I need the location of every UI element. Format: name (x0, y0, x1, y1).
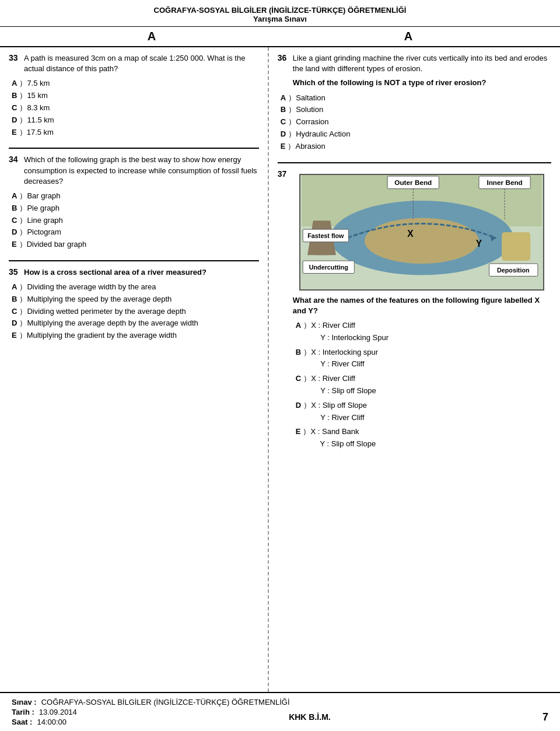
opt-paren: ） (19, 102, 27, 114)
opt-letter: B (12, 90, 17, 102)
opt-text: X : Interlocking spur (311, 347, 378, 359)
opt-paren: ） (19, 127, 27, 139)
svg-rect-5 (502, 232, 531, 261)
opt-text: Saltation (296, 92, 326, 104)
content-area: 33 A path is measured 3cm on a map of sc… (0, 46, 560, 692)
opt-text: 11.5 km (27, 114, 54, 127)
svg-point-2 (365, 218, 479, 263)
list-item: B） Pie graph (12, 202, 259, 215)
q37-text: What are the names of the features on th… (293, 295, 551, 316)
q33-number: 33 (9, 53, 20, 78)
opt-letter: A (12, 78, 17, 90)
divider (9, 260, 259, 261)
question-35: 35 How is a cross sectional area of a ri… (9, 267, 259, 342)
opt-text: Multiplying the gradient by the average … (27, 330, 177, 342)
q35-number: 35 (9, 267, 20, 281)
list-item: E） Divided bar graph (12, 239, 259, 251)
svg-text:Outer Bend: Outer Bend (395, 178, 432, 186)
q37-number: 37 (278, 169, 289, 179)
opt-text: Hydraulic Action (296, 128, 350, 141)
list-item: C） Dividing wetted perimeter by the aver… (12, 306, 259, 318)
opt-text: Y : River Cliff (311, 412, 367, 424)
q34-number: 34 (9, 155, 20, 190)
q35-options: A） Dividing the average width by the are… (9, 281, 259, 342)
opt-paren: ） (19, 114, 27, 127)
opt-text: Divided bar graph (27, 239, 87, 251)
footer-center-text: KHK B.İ.M. (77, 712, 542, 722)
list-item: A） Saltation (281, 92, 551, 104)
tarih-label: Tarih : (12, 708, 34, 716)
question-36: 36 Like a giant grinding machine the riv… (278, 53, 551, 153)
opt-letter: C (12, 102, 17, 114)
opt-letter: E (12, 127, 17, 139)
page-footer: Sınav : COĞRAFYA-SOSYAL BİLGİLER (İNGİLİ… (0, 692, 560, 731)
opt-paren: ） (19, 78, 27, 90)
divider (9, 148, 259, 149)
opt-text: Line graph (27, 215, 62, 227)
opt-text: Y : Slip off Slope (310, 438, 376, 450)
list-item: A） X : River Cliff Y : Interlocking Spur (296, 320, 551, 344)
header-line2: Yarışma Sınavı (0, 15, 560, 23)
opt-text: Pie graph (27, 202, 60, 215)
q36-subtext: Which of the following is NOT a type of … (293, 78, 551, 88)
opt-text: 8.3 km (27, 102, 50, 114)
footer-saat-row: Saat : 14:00:00 (12, 718, 77, 726)
q36-text: Like a giant grinding machine the river … (293, 53, 551, 74)
opt-text: 15 km (27, 90, 47, 102)
list-item: B） Multiplying the speed by the average … (12, 293, 259, 306)
divider (278, 162, 551, 163)
svg-text:Inner Bend: Inner Bend (487, 178, 523, 186)
opt-text: Solution (296, 104, 323, 116)
svg-text:Undercutting: Undercutting (309, 263, 348, 270)
question-34: 34 Which of the following graph is the b… (9, 155, 259, 251)
opt-text: Y : Interlocking Spur (311, 332, 388, 344)
opt-text: Multiplying the speed by the average dep… (27, 293, 172, 306)
opt-text: Y : Slip off Slope (311, 385, 376, 397)
column-labels: A A (0, 27, 560, 46)
page-header: COĞRAFYA-SOSYAL BİLGİLER (İNGİLİZCE-TÜRK… (0, 0, 560, 27)
opt-paren: ） (19, 90, 27, 102)
list-item: A） Bar graph (12, 190, 259, 202)
opt-text: Pictogram (27, 226, 61, 239)
q36-number: 36 (278, 53, 289, 92)
list-item: D） X : Slip off Slope Y : River Cliff (296, 400, 551, 424)
page: COĞRAFYA-SOSYAL BİLGİLER (İNGİLİZCE-TÜRK… (0, 0, 560, 731)
opt-text: Multiplying the average depth by the ave… (27, 317, 198, 330)
left-column: 33 A path is measured 3cm on a map of sc… (0, 47, 269, 692)
page-number: 7 (542, 711, 548, 723)
list-item: D） 11.5 km (12, 114, 259, 127)
list-item: E） 17.5 km (12, 127, 259, 139)
saat-label: Saat : (12, 718, 32, 726)
list-item: A） 7.5 km (12, 78, 259, 90)
list-item: C） Corrasion (281, 116, 551, 128)
list-item: E） Abrasion (281, 141, 551, 153)
list-item: B） X : Interlocking spur Y : River Cliff (296, 347, 551, 371)
opt-text: Corrasion (296, 116, 328, 128)
opt-letter: D (12, 114, 17, 127)
question-33: 33 A path is measured 3cm on a map of sc… (9, 53, 259, 138)
list-item: C） Line graph (12, 215, 259, 227)
right-column: 36 Like a giant grinding machine the riv… (269, 47, 560, 692)
q34-options: A） Bar graph B） Pie graph C） Line graph … (9, 190, 259, 251)
list-item: D） Pictogram (12, 226, 259, 239)
svg-text:X: X (408, 228, 414, 238)
footer-bottom-row: Tarih : 13.09.2014 Saat : 14:00:00 KHK B… (12, 708, 548, 726)
list-item: D） Multiplying the average depth by the … (12, 317, 259, 330)
opt-text: 17.5 km (27, 127, 54, 139)
river-diagram: Outer Bend Inner Bend Fastest flow X Y (299, 174, 544, 291)
q36-options: A） Saltation B） Solution C） Corrasion D）… (278, 92, 551, 153)
opt-text: 7.5 km (27, 78, 50, 90)
saat-value: 14:00:00 (37, 718, 66, 726)
svg-text:Fastest flow: Fastest flow (308, 232, 345, 239)
sinav-label: Sınav : (12, 698, 37, 706)
svg-text:Deposition: Deposition (497, 266, 530, 273)
list-item: E） Multiplying the gradient by the avera… (12, 330, 259, 342)
q33-options: A） 7.5 km B） 15 km C） 8.3 km D） 11.5 km (9, 78, 259, 138)
opt-text: Abrasion (295, 141, 325, 153)
opt-text: X : Sand Bank (310, 426, 376, 438)
list-item: C） 8.3 km (12, 102, 259, 114)
footer-sinav-row: Sınav : COĞRAFYA-SOSYAL BİLGİLER (İNGİLİ… (12, 698, 548, 706)
footer-tarih-row: Tarih : 13.09.2014 (12, 708, 77, 716)
question-37: 37 (278, 169, 551, 453)
opt-text: Y : River Cliff (311, 358, 378, 370)
